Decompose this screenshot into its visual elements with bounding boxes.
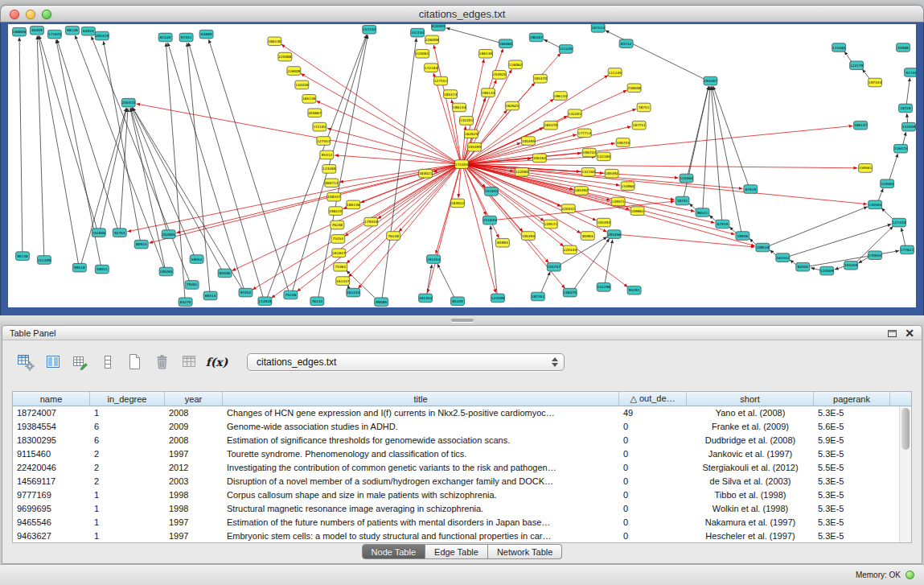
graph-node[interactable]: 104757 xyxy=(547,262,561,271)
graph-node[interactable]: 85249 xyxy=(451,297,465,306)
graph-node[interactable]: 179344 xyxy=(364,217,378,226)
table-cell[interactable]: 2 xyxy=(90,461,165,475)
graph-edge[interactable] xyxy=(39,35,97,229)
graph-edge[interactable] xyxy=(272,167,457,298)
graph-node[interactable]: 748508 xyxy=(627,84,641,93)
graph-edge[interactable] xyxy=(621,235,755,247)
table-cell[interactable]: 1997 xyxy=(165,529,223,542)
graph-node[interactable]: 226008 xyxy=(287,67,301,76)
table-cell[interactable]: 0 xyxy=(619,488,687,502)
graph-node[interactable]: 220088 xyxy=(278,52,292,61)
table-cell[interactable]: Structural magnetic resonance image aver… xyxy=(223,502,619,516)
graph-edge[interactable] xyxy=(104,41,141,241)
table-cell[interactable]: 2008 xyxy=(165,406,223,420)
graph-node[interactable]: 85983 xyxy=(495,238,509,247)
graph-node[interactable]: 205310 xyxy=(121,98,135,107)
graph-edge[interactable] xyxy=(39,35,79,264)
graph-node[interactable]: 149571 xyxy=(611,197,625,206)
table-cell[interactable]: Dudbridge et al. (2008) xyxy=(687,434,814,447)
graph-node[interactable]: 162442 xyxy=(776,253,790,262)
graph-edge[interactable] xyxy=(382,38,417,298)
graph-node[interactable]: 172404 xyxy=(455,160,469,169)
table-cell[interactable]: Changes of HCN gene expression and I(f) … xyxy=(223,406,619,420)
import-table-button[interactable] xyxy=(179,352,199,372)
graph-node[interactable]: 18731 xyxy=(676,196,689,205)
table-scrollbar[interactable] xyxy=(899,406,911,542)
graph-node[interactable]: 159581 xyxy=(859,164,873,173)
table-cell[interactable]: 5.9E-5 xyxy=(814,434,890,447)
table-cell[interactable]: 5.3E-5 xyxy=(814,516,890,529)
graph-node[interactable]: 152806 xyxy=(92,229,105,237)
table-cell[interactable]: Embryonic stem cells: a model to study s… xyxy=(223,529,619,542)
graph-node[interactable]: 166460 xyxy=(499,39,512,48)
delete-table-button[interactable] xyxy=(152,352,172,372)
close-window-button[interactable] xyxy=(10,10,19,19)
table-cell[interactable]: 9463627 xyxy=(13,529,90,542)
graph-node[interactable]: 115484 xyxy=(832,43,846,52)
graph-node[interactable]: 151845 xyxy=(483,216,496,225)
graph-node[interactable]: 186136 xyxy=(347,200,360,209)
graph-edge[interactable] xyxy=(878,188,883,201)
graph-edge[interactable] xyxy=(835,266,844,270)
graph-node[interactable]: 124509 xyxy=(820,266,834,275)
graph-edge[interactable] xyxy=(433,45,460,160)
graph-node[interactable]: 196133 xyxy=(481,89,495,97)
table-cell[interactable]: 0 xyxy=(619,420,687,434)
panel-splitter[interactable] xyxy=(0,315,924,325)
graph-node[interactable]: 152296 xyxy=(597,283,610,292)
table-cell[interactable]: 5.3E-5 xyxy=(814,447,890,461)
graph-node[interactable]: 132160 xyxy=(597,152,610,161)
table-cell[interactable]: Stergiakouli et al. (2012) xyxy=(687,461,814,475)
graph-edge[interactable] xyxy=(316,101,455,163)
table-cell[interactable]: 22420046 xyxy=(13,461,90,475)
graph-node[interactable]: 172183 xyxy=(425,64,438,72)
table-cell[interactable]: 14569117 xyxy=(13,475,90,488)
table-cell[interactable]: Tibbo et al. (1998) xyxy=(687,488,814,502)
column-header-4[interactable]: △ out_de… xyxy=(619,392,687,406)
graph-node[interactable]: 92450 xyxy=(796,262,810,271)
graph-node[interactable]: 105495 xyxy=(467,142,481,151)
table-cell[interactable]: 19384554 xyxy=(13,420,90,434)
table-cell[interactable]: 1998 xyxy=(165,488,223,502)
graph-node[interactable]: 186137 xyxy=(854,121,868,130)
table-cell[interactable]: Estimation of the future numbers of pati… xyxy=(223,516,619,529)
graph-node[interactable]: 198220 xyxy=(329,207,343,216)
graph-node[interactable]: 162625 xyxy=(505,101,519,110)
graph-node[interactable]: 90138 xyxy=(15,252,29,261)
graph-edge[interactable] xyxy=(466,167,548,263)
graph-node[interactable]: 116062 xyxy=(508,60,522,69)
table-cell[interactable]: Investigating the contribution of common… xyxy=(223,461,619,475)
graph-node[interactable]: 205319 xyxy=(95,31,109,40)
scrollbar-thumb[interactable] xyxy=(901,408,910,450)
graph-node[interactable]: 18728 xyxy=(899,104,913,113)
table-cell[interactable]: 1 xyxy=(90,406,165,420)
graph-edge[interactable] xyxy=(769,207,868,246)
graph-edge[interactable] xyxy=(703,86,710,208)
graph-edge[interactable] xyxy=(131,108,167,230)
graph-node[interactable]: 127551 xyxy=(434,76,448,85)
table-cell[interactable]: 5.5E-5 xyxy=(814,461,890,475)
graph-node[interactable]: 55908 xyxy=(897,43,910,52)
graph-node[interactable]: 106743 xyxy=(616,138,630,147)
column-header-6[interactable]: pagerank xyxy=(814,392,890,406)
graph-node[interactable]: 96521 xyxy=(696,208,709,217)
graph-node[interactable]: 97351 xyxy=(179,33,193,42)
graph-node[interactable]: 99089 xyxy=(375,298,388,307)
graph-edge[interactable] xyxy=(428,168,460,293)
graph-node[interactable]: 161847 xyxy=(332,249,346,257)
graph-edge[interactable] xyxy=(436,168,460,254)
graph-node[interactable]: 105495 xyxy=(521,137,535,146)
graph-node[interactable]: 132160 xyxy=(581,167,595,176)
graph-node[interactable]: 185473 xyxy=(444,90,458,99)
graph-node[interactable]: 224061 xyxy=(416,49,429,58)
minimize-window-button[interactable] xyxy=(26,10,35,19)
graph-node[interactable]: 190265 xyxy=(159,267,173,276)
tab-edge-table[interactable]: Edge Table xyxy=(425,544,488,559)
graph-edge[interactable] xyxy=(544,39,560,47)
graph-node[interactable]: 85046 xyxy=(218,269,232,278)
graph-edge[interactable] xyxy=(464,167,486,215)
table-cell[interactable]: 0 xyxy=(619,475,687,488)
table-cell[interactable]: 6 xyxy=(90,434,165,447)
graph-node[interactable]: 203867 xyxy=(308,109,322,117)
graph-edge[interactable] xyxy=(903,132,906,145)
